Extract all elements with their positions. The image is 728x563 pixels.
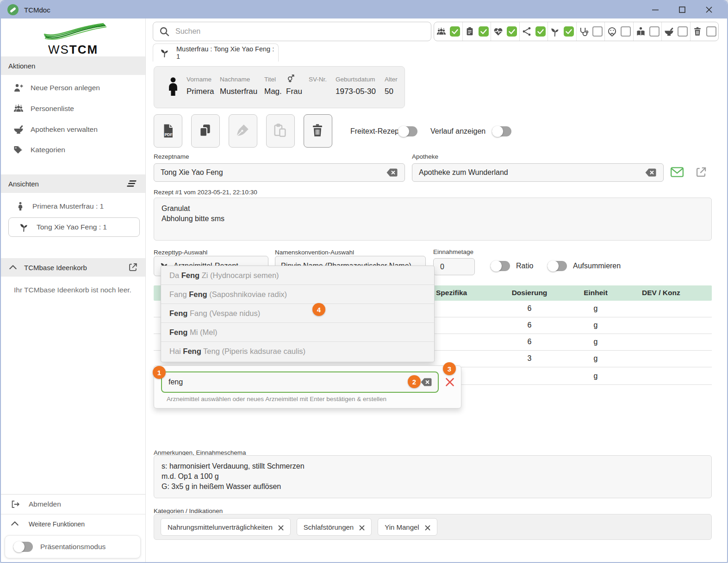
apotheke-field xyxy=(412,163,664,182)
minimize-button[interactable] xyxy=(650,5,660,15)
filter-share[interactable] xyxy=(520,22,548,41)
copy-rezept-button[interactable] xyxy=(191,114,220,148)
apotheke-input[interactable] xyxy=(419,168,645,177)
wave-logo-icon xyxy=(36,22,110,42)
ratio-toggle[interactable] xyxy=(491,261,510,271)
arzneimittel-search-field xyxy=(161,371,439,393)
remove-chip-icon[interactable] xyxy=(359,524,365,530)
remove-chip-icon[interactable] xyxy=(425,524,430,530)
logout-icon xyxy=(10,499,20,509)
search-icon xyxy=(159,26,170,37)
weitere-funktionen-toggle[interactable]: Weitere Funktionen xyxy=(1,514,145,533)
rezeptname-input[interactable] xyxy=(161,168,386,177)
filter-persons[interactable] xyxy=(434,22,463,41)
close-button[interactable] xyxy=(704,5,714,15)
wstcm-logo: WSTCM xyxy=(1,22,145,57)
external-link-icon[interactable] xyxy=(128,262,138,272)
kategorie-chip[interactable]: Yin Mangel xyxy=(378,518,437,536)
checkbox-unchecked[interactable] xyxy=(621,26,631,37)
filter-heart-pulse[interactable] xyxy=(491,22,520,41)
logout-button[interactable]: Abmelden xyxy=(1,495,145,514)
dropdown-item[interactable]: Da Feng Zi (Hydnocarpi semen) xyxy=(161,266,434,285)
sprout-icon xyxy=(550,26,560,37)
chevron-up-icon[interactable] xyxy=(8,263,18,272)
checkbox-checked[interactable] xyxy=(450,26,460,37)
titlebar: TCMdoc xyxy=(1,1,727,19)
sidebar-item-personenliste[interactable]: Personenliste xyxy=(1,101,145,117)
maximize-button[interactable] xyxy=(677,5,687,15)
external-link-icon[interactable] xyxy=(695,166,708,179)
pdf-export-button[interactable]: PDF xyxy=(154,114,182,148)
kategorie-chip[interactable]: Schlafstörungen xyxy=(297,518,372,536)
paste-button[interactable] xyxy=(266,114,295,148)
filter-trash[interactable] xyxy=(691,22,719,41)
col-spezifika: Spezifika xyxy=(436,289,467,297)
clear-input-icon[interactable] xyxy=(420,377,432,387)
weitere-funktionen-label: Weitere Funktionen xyxy=(29,520,85,528)
dropdown-item[interactable]: Fang Feng (Saposhnikoviae radix) xyxy=(161,285,434,304)
ratio-label: Ratio xyxy=(516,262,533,270)
sidebar-item-label: Primera Musterfrau : 1 xyxy=(32,202,104,210)
checkbox-unchecked[interactable] xyxy=(592,26,603,37)
sprout-icon xyxy=(19,222,29,232)
aufsummieren-toggle[interactable] xyxy=(548,261,567,271)
praesentationsmodus-toggle[interactable] xyxy=(13,542,33,552)
delete-rezept-button[interactable] xyxy=(304,114,332,148)
person-card: VornamePrimera NachnameMusterfrau TitelM… xyxy=(154,66,405,108)
sidebar-item-apotheken[interactable]: Apotheken verwalten xyxy=(1,122,145,137)
kategorie-chip[interactable]: Nahrungsmittelunverträglichkeiten xyxy=(161,518,291,536)
col-dev-konz: DEV / Konz xyxy=(642,289,680,297)
clear-input-icon[interactable] xyxy=(645,168,657,177)
anmerkungen-textarea[interactable]: s: harmonisiert Verdauung, stillt Schmer… xyxy=(154,455,712,498)
kategorien-label: Kategorien / Indikationen xyxy=(154,507,223,514)
checkbox-checked[interactable] xyxy=(479,26,489,37)
tab-rezept[interactable]: Musterfrau : Tong Xie Yao Feng : 1 xyxy=(153,43,279,62)
checkbox-unchecked[interactable] xyxy=(678,26,688,37)
sidebar-view-person[interactable]: Primera Musterfrau : 1 xyxy=(1,198,145,214)
search-input[interactable] xyxy=(175,27,425,36)
clear-input-icon[interactable] xyxy=(386,168,398,177)
sidebar-item-neue-person[interactable]: Neue Person anlegen xyxy=(1,80,145,96)
annotation-badge-3: 3 xyxy=(443,362,456,375)
filter-face[interactable] xyxy=(605,22,634,41)
persons-icon xyxy=(436,26,447,37)
verlauf-toggle[interactable] xyxy=(492,126,511,136)
einnahmetage-field xyxy=(433,258,475,275)
annotation-badge-2: 2 xyxy=(408,375,421,388)
edit-rezept-button[interactable] xyxy=(229,114,257,148)
sidebar-item-kategorien[interactable]: Kategorien xyxy=(1,142,145,158)
checkbox-unchecked[interactable] xyxy=(706,26,716,37)
rezept-textarea[interactable]: Granulat Abholung bitte sms xyxy=(154,198,712,241)
checkbox-checked[interactable] xyxy=(507,26,517,37)
delete-row-icon[interactable] xyxy=(445,377,455,387)
arzneimittel-search-input[interactable] xyxy=(168,378,420,386)
face-tongue-icon xyxy=(607,26,617,37)
dropdown-item[interactable]: Feng Mi (Mel) xyxy=(161,323,434,342)
checkbox-checked[interactable] xyxy=(535,26,546,37)
dropdown-item[interactable]: Feng Fang (Vespae nidus) xyxy=(161,304,434,323)
einnahmetage-input[interactable] xyxy=(440,263,468,271)
remove-chip-icon[interactable] xyxy=(278,524,284,530)
namenskonvention-label: Namenskonvention-Auswahl xyxy=(275,249,354,256)
filter-mortar[interactable] xyxy=(662,22,691,41)
aktionen-section-header: Aktionen xyxy=(1,56,145,75)
input-helper-text: Arzneimittel auswählen oder neues Arznei… xyxy=(167,396,386,402)
gender-icon xyxy=(286,73,296,85)
filter-toolbar xyxy=(434,22,719,41)
envelope-icon[interactable] xyxy=(670,166,683,179)
tab-label: Musterfrau : Tong Xie Yao Feng : 1 xyxy=(176,45,278,60)
rezeptname-label: Rezeptname xyxy=(154,153,189,160)
freitext-toggle[interactable] xyxy=(398,126,417,136)
dropdown-item[interactable]: Hai Feng Teng (Piperis kadsurae caulis) xyxy=(161,342,434,361)
checkbox-checked[interactable] xyxy=(564,26,574,37)
checkbox-unchecked[interactable] xyxy=(649,26,660,37)
sidebar-item-label: Tong Xie Yao Feng : 1 xyxy=(37,223,107,231)
filter-clipboard[interactable] xyxy=(463,22,492,41)
sidebar-view-rezept-selected[interactable]: Tong Xie Yao Feng : 1 xyxy=(8,217,140,237)
sort-icon[interactable] xyxy=(126,179,138,189)
trash-icon xyxy=(310,123,326,139)
tags-icon xyxy=(13,144,24,155)
filter-sprout[interactable] xyxy=(548,22,577,41)
filter-reader[interactable] xyxy=(634,22,662,41)
filter-stethoscope[interactable] xyxy=(577,22,605,41)
